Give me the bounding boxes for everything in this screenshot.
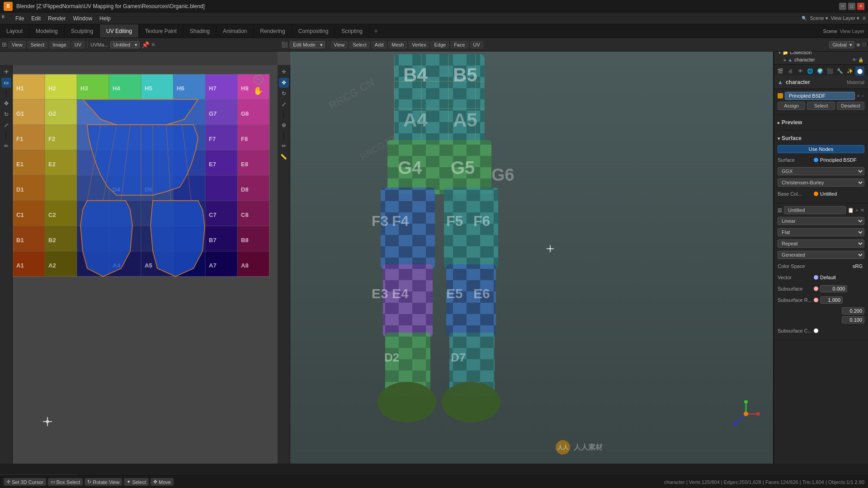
vector-value[interactable]: Default: [820, 275, 864, 280]
svg-text:C7: C7: [209, 211, 217, 218]
tab-output-props[interactable]: 🖨: [786, 66, 795, 75]
use-nodes-button[interactable]: Use Nodes: [778, 145, 864, 153]
material-minus[interactable]: −: [862, 93, 864, 99]
add-workspace-button[interactable]: +: [369, 24, 382, 38]
subsurface-r3-value[interactable]: [842, 316, 864, 324]
view-layer-dropdown[interactable]: View Layer ▾: [831, 15, 859, 21]
tab-view-props[interactable]: 👁: [796, 66, 805, 75]
tab-layout[interactable]: Layout: [0, 24, 29, 38]
set-3d-cursor-btn[interactable]: ✛ Set 3D Cursor: [4, 478, 46, 486]
tab-world-props[interactable]: 🌍: [816, 66, 825, 75]
uvmap-label: UVMa...: [90, 42, 108, 47]
tab-modifier-props[interactable]: 🔧: [835, 66, 844, 75]
vp-face-menu[interactable]: Face: [451, 41, 468, 48]
select-button[interactable]: Select: [807, 102, 835, 110]
vp-tool-transform[interactable]: ⊕: [279, 120, 289, 130]
preview-section-header[interactable]: ▸ Preview: [778, 117, 864, 127]
subsurface-method-select[interactable]: Christensen-Burley Random Walk: [778, 178, 864, 187]
tab-animation[interactable]: Animation: [217, 24, 254, 38]
base-color-value[interactable]: Untitled: [820, 191, 864, 197]
minimize-button[interactable]: ─: [839, 3, 846, 10]
vp-overlay-icon[interactable]: ◉: [856, 42, 860, 47]
flat-select[interactable]: Flat Box Sphere Tube: [778, 228, 864, 236]
tab-particles-props[interactable]: ✨: [845, 66, 854, 75]
assign-button[interactable]: Assign: [778, 102, 805, 110]
uv-menu[interactable]: UV: [71, 41, 85, 48]
edit-mode-dropdown[interactable]: Edit Mode▾: [290, 41, 325, 48]
rotate-view-btn[interactable]: ↻ Rotate View: [85, 478, 122, 486]
scene-dropdown[interactable]: Scene ▾: [810, 15, 828, 21]
vp-tool-cursor[interactable]: ✛: [279, 67, 289, 77]
uv-view-menu[interactable]: View: [9, 41, 26, 48]
distribution-select[interactable]: GGX Multiscatter GGX: [778, 167, 864, 175]
vp-select-menu[interactable]: Select: [349, 41, 370, 48]
texture-new[interactable]: +: [856, 207, 859, 213]
subsurface-value[interactable]: [820, 285, 847, 292]
move-btn[interactable]: ✥ Move: [151, 478, 174, 486]
uv-tool-annotate[interactable]: ✏: [1, 141, 11, 151]
tree-item-character[interactable]: ▸ ▲ character 👁 🔒: [777, 56, 865, 63]
uv-tool-cursor[interactable]: ✛: [1, 67, 11, 77]
svg-text:G5: G5: [451, 158, 475, 178]
repeat-select[interactable]: Repeat Extend Clip Mirror: [778, 239, 864, 248]
svg-text:A1: A1: [16, 262, 24, 269]
vp-uv-menu[interactable]: UV: [470, 41, 483, 48]
subsurface-r2-value[interactable]: [842, 307, 864, 314]
surface-type-value[interactable]: Principled BSDF: [820, 157, 864, 163]
tab-material-props[interactable]: ⬤: [855, 66, 864, 75]
tab-shading[interactable]: Shading: [184, 24, 217, 38]
uv-tool-rotate[interactable]: ↻: [1, 109, 11, 119]
uv-tool-scale[interactable]: ⤢: [1, 120, 11, 130]
vp-wire-icon[interactable]: ⬡: [862, 42, 866, 47]
select-btn[interactable]: ✦ Select: [124, 478, 149, 486]
tab-scene-props[interactable]: 🌐: [806, 66, 815, 75]
menu-window[interactable]: Window: [69, 14, 96, 23]
surface-section-header[interactable]: ▾ Surface: [778, 133, 864, 143]
uv-image-menu[interactable]: Image: [49, 41, 70, 48]
tab-object-props[interactable]: ⬛: [826, 66, 835, 75]
viewport-shading-dropdown[interactable]: Global▾: [829, 41, 854, 48]
menu-render[interactable]: Render: [44, 14, 69, 23]
menu-file[interactable]: File: [12, 14, 28, 23]
tab-render-props[interactable]: 🎬: [776, 66, 785, 75]
vp-vertex-menu[interactable]: Vertex: [409, 41, 429, 48]
vp-mesh-menu[interactable]: Mesh: [388, 41, 407, 48]
svg-text:C8: C8: [241, 211, 249, 218]
tab-compositing[interactable]: Compositing: [292, 24, 335, 38]
menu-edit[interactable]: Edit: [28, 14, 44, 23]
base-color-dot[interactable]: [814, 192, 818, 196]
vp-add-menu[interactable]: Add: [372, 41, 387, 48]
menu-help[interactable]: Help: [96, 14, 114, 23]
vp-tool-measure[interactable]: 📏: [279, 152, 289, 162]
vp-edge-menu[interactable]: Edge: [431, 41, 449, 48]
texture-name-field[interactable]: Untitled: [784, 206, 846, 214]
material-plus[interactable]: +: [857, 93, 859, 99]
uv-select-menu[interactable]: Select: [28, 41, 48, 48]
maximize-button[interactable]: □: [848, 3, 855, 10]
subsurface-r-value[interactable]: [820, 296, 843, 304]
vp-tool-move[interactable]: ✥: [279, 78, 289, 88]
material-name-field[interactable]: Principled BSDF: [785, 92, 855, 100]
generated-select[interactable]: Generated Object UV Normal: [778, 251, 864, 259]
tab-rendering[interactable]: Rendering: [254, 24, 292, 38]
tab-sculpting[interactable]: Sculpting: [65, 24, 100, 38]
vp-tool-annotate[interactable]: ✏: [279, 141, 289, 151]
vp-editor-icon: ⬛: [281, 42, 288, 48]
color-space-value[interactable]: sRG: [814, 263, 864, 269]
tab-uv-editing[interactable]: UV Editing: [100, 24, 139, 38]
close-button[interactable]: ✕: [857, 3, 864, 10]
texture-copy[interactable]: 📋: [848, 207, 854, 213]
uv-tool-select[interactable]: ▭: [1, 78, 11, 88]
linear-select[interactable]: Linear Closest Cubic: [778, 217, 864, 225]
vp-tool-scale[interactable]: ⤢: [279, 99, 289, 109]
box-select-btn[interactable]: ▭ Box Select: [48, 478, 83, 486]
texture-x[interactable]: ✕: [860, 207, 864, 213]
uv-tool-move[interactable]: ✥: [1, 99, 11, 108]
mesh-name-dropdown[interactable]: Untitled ▾: [110, 41, 140, 48]
tab-scripting[interactable]: Scripting: [335, 24, 369, 38]
tab-texture-paint[interactable]: Texture Paint: [139, 24, 184, 38]
vp-view-menu[interactable]: View: [331, 41, 348, 48]
tab-modeling[interactable]: Modeling: [29, 24, 65, 38]
vp-tool-rotate[interactable]: ↻: [279, 89, 289, 99]
deselect-button[interactable]: Deselect: [837, 102, 864, 110]
